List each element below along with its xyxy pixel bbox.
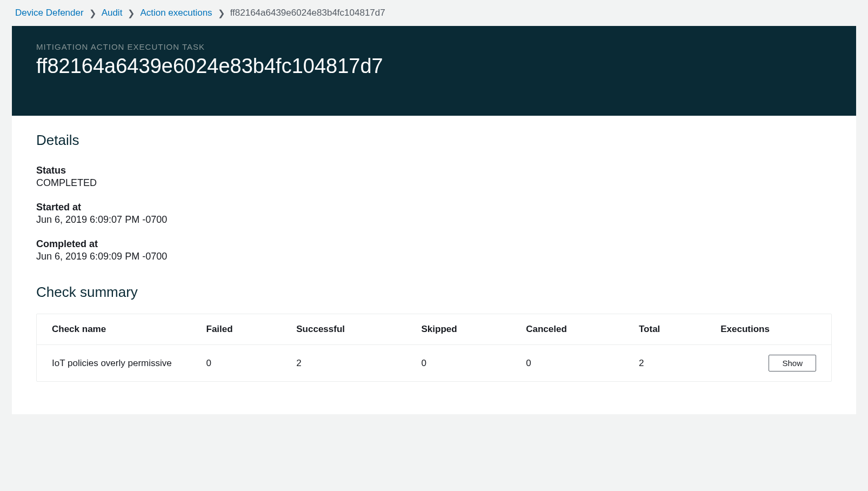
chevron-right-icon: ❯: [218, 8, 225, 18]
cell-failed: 0: [191, 345, 282, 382]
breadcrumb-link-action-executions[interactable]: Action executions: [140, 8, 212, 18]
table-header-row: Check name Failed Successful Skipped Can…: [37, 314, 831, 345]
show-button[interactable]: Show: [769, 355, 816, 371]
column-failed: Failed: [191, 314, 282, 345]
breadcrumb-current: ff82164a6439e6024e83b4fc104817d7: [230, 8, 385, 18]
breadcrumb: Device Defender ❯ Audit ❯ Action executi…: [0, 0, 868, 26]
column-skipped: Skipped: [406, 314, 511, 345]
status-label: Status: [36, 165, 832, 176]
breadcrumb-link-device-defender[interactable]: Device Defender: [15, 8, 84, 18]
completed-at-label: Completed at: [36, 238, 832, 250]
column-canceled: Canceled: [511, 314, 624, 345]
detail-completed-at: Completed at Jun 6, 2019 6:09:09 PM -070…: [36, 238, 832, 262]
table-row: IoT policies overly permissive 0 2 0 0 2…: [37, 345, 831, 382]
cell-successful: 2: [281, 345, 406, 382]
cell-check-name: IoT policies overly permissive: [37, 345, 191, 382]
details-heading: Details: [36, 132, 832, 149]
column-check-name: Check name: [37, 314, 191, 345]
status-value: COMPLETED: [36, 177, 832, 189]
check-summary-table: Check name Failed Successful Skipped Can…: [36, 314, 832, 382]
started-at-label: Started at: [36, 202, 832, 213]
page-title: ff82164a6439e6024e83b4fc104817d7: [36, 55, 832, 78]
cell-skipped: 0: [406, 345, 511, 382]
detail-status: Status COMPLETED: [36, 165, 832, 189]
started-at-value: Jun 6, 2019 6:09:07 PM -0700: [36, 214, 832, 225]
column-successful: Successful: [281, 314, 406, 345]
column-executions: Executions: [705, 314, 831, 345]
cell-executions: Show: [705, 345, 831, 382]
breadcrumb-link-audit[interactable]: Audit: [102, 8, 123, 18]
chevron-right-icon: ❯: [89, 8, 96, 18]
content-panel: Details Status COMPLETED Started at Jun …: [12, 116, 856, 414]
detail-started-at: Started at Jun 6, 2019 6:09:07 PM -0700: [36, 202, 832, 225]
check-summary-heading: Check summary: [36, 284, 832, 301]
header-subtitle: MITIGATION ACTION EXECUTION TASK: [36, 42, 832, 51]
cell-total: 2: [624, 345, 705, 382]
cell-canceled: 0: [511, 345, 624, 382]
chevron-right-icon: ❯: [128, 8, 135, 18]
column-total: Total: [624, 314, 705, 345]
header-banner: MITIGATION ACTION EXECUTION TASK ff82164…: [12, 26, 856, 116]
completed-at-value: Jun 6, 2019 6:09:09 PM -0700: [36, 251, 832, 262]
